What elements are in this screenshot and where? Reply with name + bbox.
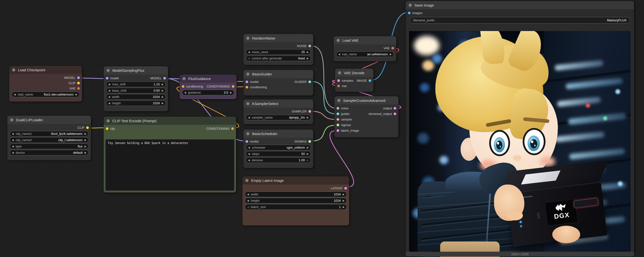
decrement-arrow-icon[interactable]: ◀ bbox=[248, 51, 250, 53]
increment-arrow-icon[interactable]: ▶ bbox=[162, 89, 164, 92]
node-load-checkpoint[interactable]: Load Checkpoint MODEL CLIP VAE ◀ ckpt_na… bbox=[9, 66, 82, 102]
scheduler-widget[interactable]: ◀schedulersgm_uniform▶ bbox=[246, 145, 311, 150]
decrement-arrow-icon[interactable]: ◀ bbox=[14, 93, 16, 96]
denoise-widget[interactable]: ◀denoise1.00▶ bbox=[246, 157, 311, 163]
decrement-arrow-icon[interactable]: ◀ bbox=[12, 133, 14, 135]
increment-arrow-icon[interactable]: ▶ bbox=[343, 206, 344, 208]
base-shift-widget[interactable]: ◀base_shift0.50▶ bbox=[106, 88, 166, 93]
decrement-arrow-icon[interactable]: ◀ bbox=[12, 145, 14, 148]
node-model-sampling-flux[interactable]: ModelSamplingFlux model MODEL ◀max_shift… bbox=[104, 66, 168, 111]
increment-arrow-icon[interactable]: ▶ bbox=[343, 200, 344, 202]
node-ksampler-select[interactable]: KSamplerSelect SAMPLER ◀sampler_namedpmp… bbox=[244, 99, 313, 124]
output-port-sampler[interactable] bbox=[308, 110, 311, 113]
decrement-arrow-icon[interactable]: ◀ bbox=[248, 116, 250, 119]
node-header[interactable]: ModelSamplingFlux bbox=[104, 66, 168, 74]
collapse-dot-icon[interactable] bbox=[245, 179, 248, 182]
height-widget[interactable]: ◀height1024▶ bbox=[245, 198, 347, 203]
node-clip-text-encode[interactable]: CLIP Text Encode (Prompt) clip CONDITION… bbox=[104, 117, 236, 193]
collapse-dot-icon[interactable] bbox=[338, 71, 341, 74]
collapse-dot-icon[interactable] bbox=[409, 4, 412, 7]
increment-arrow-icon[interactable]: ▶ bbox=[307, 159, 309, 162]
input-port-clip[interactable] bbox=[106, 127, 108, 130]
node-basic-guider[interactable]: BasicGuider model GUIDER conditioning bbox=[244, 70, 313, 95]
output-port-sigmas[interactable] bbox=[308, 140, 311, 143]
output-port-output[interactable] bbox=[394, 107, 396, 110]
guidance-widget[interactable]: ◀guidance3.5▶ bbox=[182, 90, 234, 95]
decrement-arrow-icon[interactable]: ◀ bbox=[247, 206, 249, 208]
input-port-vae[interactable] bbox=[337, 85, 340, 87]
collapse-dot-icon[interactable] bbox=[246, 102, 250, 105]
node-header[interactable]: KSamplerSelect bbox=[244, 99, 313, 108]
decrement-arrow-icon[interactable]: ◀ bbox=[184, 91, 186, 94]
collapse-dot-icon[interactable] bbox=[246, 72, 250, 76]
increment-arrow-icon[interactable]: ▶ bbox=[307, 146, 309, 149]
increment-arrow-icon[interactable]: ▶ bbox=[84, 133, 86, 135]
input-port-model[interactable] bbox=[106, 77, 108, 79]
input-port-sigmas[interactable] bbox=[336, 124, 339, 126]
ckpt-name-widget[interactable]: ◀ ckpt_name flux1-dev.safetensors ▶ bbox=[12, 92, 80, 97]
width-widget[interactable]: ◀width1024▶ bbox=[245, 192, 347, 197]
decrement-arrow-icon[interactable]: ◀ bbox=[247, 200, 249, 202]
node-header[interactable]: BasicGuider bbox=[244, 70, 313, 78]
node-header[interactable]: Empty Latent Image bbox=[242, 176, 349, 185]
output-port-denoised-output[interactable] bbox=[394, 112, 396, 115]
decrement-arrow-icon[interactable]: ◀ bbox=[12, 152, 14, 154]
node-header[interactable]: Save Image bbox=[406, 1, 634, 9]
output-port-model[interactable] bbox=[163, 77, 166, 79]
decrement-arrow-icon[interactable]: ◀ bbox=[108, 89, 110, 92]
node-graph-canvas[interactable]: Load Checkpoint MODEL CLIP VAE ◀ ckpt_na… bbox=[0, 0, 644, 257]
input-port-sampler[interactable] bbox=[336, 118, 339, 121]
input-port-images[interactable] bbox=[408, 12, 410, 14]
node-header[interactable]: CLIP Text Encode (Prompt) bbox=[104, 117, 236, 125]
output-port-clip[interactable] bbox=[77, 82, 80, 84]
collapse-dot-icon[interactable] bbox=[246, 132, 250, 135]
input-port-model[interactable] bbox=[246, 140, 248, 143]
node-dual-clip-loader[interactable]: DualCLIPLoader CLIP ◀clip_name1t5xxl_fp1… bbox=[7, 116, 91, 160]
output-port-image[interactable] bbox=[368, 79, 371, 82]
filename-prefix-widget[interactable]: filename_prefix MarkuryFLUX bbox=[410, 17, 630, 23]
noise-seed-widget[interactable]: ◀noise_seed25▶ bbox=[246, 49, 311, 55]
increment-arrow-icon[interactable]: ▶ bbox=[307, 51, 309, 53]
decrement-arrow-icon[interactable]: ◀ bbox=[247, 193, 249, 196]
collapse-dot-icon[interactable] bbox=[106, 69, 110, 72]
max-shift-widget[interactable]: ◀max_shift1.15▶ bbox=[106, 81, 166, 87]
collapse-dot-icon[interactable] bbox=[337, 99, 340, 102]
collapse-dot-icon[interactable] bbox=[10, 118, 13, 121]
width-widget[interactable]: ◀width1024▶ bbox=[106, 94, 166, 100]
prompt-textarea[interactable]: Toy Jensen holding a DGX Spark in a data… bbox=[106, 139, 234, 191]
increment-arrow-icon[interactable]: ▶ bbox=[162, 83, 164, 86]
decrement-arrow-icon[interactable]: ◀ bbox=[248, 153, 250, 155]
decrement-arrow-icon[interactable]: ◀ bbox=[108, 96, 110, 98]
increment-arrow-icon[interactable]: ▶ bbox=[84, 145, 86, 148]
input-port-model[interactable] bbox=[246, 80, 248, 83]
decrement-arrow-icon[interactable]: ◀ bbox=[248, 159, 250, 162]
input-port-guider[interactable] bbox=[336, 112, 339, 115]
clip-name1-widget[interactable]: ◀clip_name1t5xxl_fp16.safetensors▶ bbox=[10, 131, 88, 137]
output-port-model[interactable] bbox=[77, 76, 80, 79]
output-port-clip[interactable] bbox=[86, 126, 89, 129]
node-header[interactable]: VAE Decode bbox=[335, 69, 374, 77]
output-port-vae[interactable] bbox=[392, 47, 394, 49]
increment-arrow-icon[interactable]: ▶ bbox=[307, 116, 309, 119]
node-random-noise[interactable]: RandomNoise NOISE ◀noise_seed25▶ ◀contro… bbox=[244, 34, 313, 65]
increment-arrow-icon[interactable]: ▶ bbox=[76, 93, 78, 96]
node-header[interactable]: DualCLIPLoader bbox=[7, 116, 91, 124]
node-header[interactable]: Load Checkpoint bbox=[9, 66, 82, 74]
sampler-name-widget[interactable]: ◀sampler_namedpmpp_2m▶ bbox=[246, 115, 311, 120]
node-save-image[interactable]: Save Image images filename_prefix Markur… bbox=[406, 1, 634, 254]
decrement-arrow-icon[interactable]: ◀ bbox=[248, 57, 250, 60]
input-port-noise[interactable] bbox=[336, 107, 339, 110]
input-port-samples[interactable] bbox=[337, 79, 340, 82]
collapse-dot-icon[interactable] bbox=[246, 37, 250, 40]
decrement-arrow-icon[interactable]: ◀ bbox=[108, 83, 110, 86]
generated-image-preview[interactable]: DGX bbox=[409, 31, 631, 257]
input-port-latent-image[interactable] bbox=[336, 129, 339, 132]
decrement-arrow-icon[interactable]: ◀ bbox=[108, 102, 110, 104]
output-port-conditioning[interactable] bbox=[232, 85, 234, 88]
increment-arrow-icon[interactable]: ▶ bbox=[230, 91, 232, 94]
node-header[interactable]: SamplerCustomAdvanced bbox=[334, 96, 398, 104]
output-port-vae[interactable] bbox=[77, 87, 80, 90]
input-port-conditioning[interactable] bbox=[182, 85, 184, 88]
node-empty-latent-image[interactable]: Empty Latent Image LATENT ◀width1024▶ ◀h… bbox=[242, 176, 349, 226]
node-header[interactable]: RandomNoise bbox=[244, 34, 313, 42]
